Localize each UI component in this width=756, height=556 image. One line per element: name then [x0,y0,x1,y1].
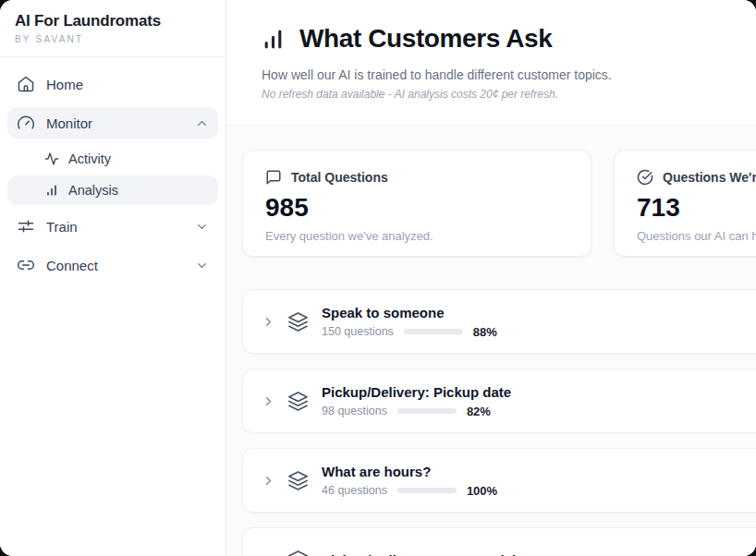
home-icon [17,75,35,93]
progress-bar [397,408,457,414]
chevron-right-icon [262,553,275,556]
chevron-right-icon [262,315,275,329]
topic-percent: 88% [473,325,497,339]
app-window: AI For Laundromats BY SAVANT Home Monito… [0,0,756,556]
stat-card-total-questions: Total Questions 985 Every question we've… [242,150,591,257]
monitor-subnav: Activity Analysis [7,144,218,205]
topic-question-count: 46 questions [322,484,387,497]
topic-row-what-are-hours[interactable]: What are hours? 46 questions 100% [242,448,756,513]
topics-list: Speak to someone 150 questions 88% [242,289,756,556]
stat-card-trained-questions: Questions We're Trained On 713 Questions… [614,150,756,257]
sidebar: AI For Laundromats BY SAVANT Home Monito… [0,0,226,556]
progress-bar [397,488,457,493]
page-subtitle: How well our AI is trained to handle dif… [262,67,721,82]
chevron-up-icon [195,116,209,130]
activity-icon [44,151,59,166]
stat-label: Questions We're Trained On [663,170,756,185]
layers-icon [287,470,309,491]
topic-title: What are hours? [322,464,497,479]
stat-label: Total Questions [291,170,388,185]
app-byline: BY SAVANT [15,34,211,44]
gauge-icon [17,114,35,132]
stat-value: 985 [265,193,568,223]
sidebar-item-label: Monitor [46,115,184,131]
topic-title: Pickup/Delivery: Pickup date [322,384,511,400]
sliders-icon [17,217,35,236]
topic-title: Speak to someone [322,305,497,320]
layers-icon [287,391,309,412]
topic-question-count: 150 questions [322,325,394,338]
progress-bar [404,329,463,334]
sidebar-item-connect[interactable]: Connect [7,249,218,281]
check-circle-icon [637,169,653,186]
sidebar-nav: Home Monitor Activity [0,57,226,299]
page-header: What Customers Ask How well our AI is tr… [226,0,756,126]
brand-header: AI For Laundromats BY SAVANT [0,0,226,57]
topic-title: Pickup/Delivery: Request pickup [322,552,537,556]
link-icon [17,256,35,274]
chevron-right-icon [262,394,275,408]
bar-chart-icon [44,183,59,198]
sidebar-item-label: Train [46,219,184,235]
sidebar-item-label: Analysis [68,183,118,198]
page-title: What Customers Ask [299,24,552,54]
topic-question-count: 98 questions [322,405,387,417]
layers-icon [287,550,309,556]
chevron-down-icon [195,259,209,272]
sidebar-item-label: Connect [46,258,184,273]
sidebar-item-analysis[interactable]: Analysis [7,175,218,205]
content-area: Total Questions 985 Every question we've… [226,126,756,556]
sidebar-item-label: Activity [68,151,111,166]
chevron-down-icon [195,220,209,234]
app-title: AI For Laundromats [15,12,211,30]
sidebar-item-monitor[interactable]: Monitor [7,107,218,139]
sidebar-item-activity[interactable]: Activity [7,144,218,174]
chevron-right-icon [262,474,275,488]
topic-percent: 82% [467,405,491,418]
sidebar-item-train[interactable]: Train [7,211,218,242]
stat-cards-row: Total Questions 985 Every question we've… [242,150,756,257]
main-area: What Customers Ask How well our AI is tr… [226,0,756,556]
topic-percent: 100% [467,484,497,498]
stat-description: Every question we've analyzed. [265,229,568,243]
refresh-note: No refresh data available - AI analysis … [262,88,721,101]
stat-description: Questions our AI can handle. [637,229,756,243]
message-square-icon [265,169,282,186]
topic-row-request-pickup[interactable]: Pickup/Delivery: Request pickup [242,527,756,556]
sidebar-item-label: Home [46,77,209,92]
bar-chart-icon [262,28,285,51]
layers-icon [287,311,309,332]
sidebar-item-home[interactable]: Home [7,68,218,100]
topic-row-speak-to-someone[interactable]: Speak to someone 150 questions 88% [242,289,756,354]
topic-row-pickup-date[interactable]: Pickup/Delivery: Pickup date 98 question… [242,369,756,433]
stat-value: 713 [637,193,756,223]
